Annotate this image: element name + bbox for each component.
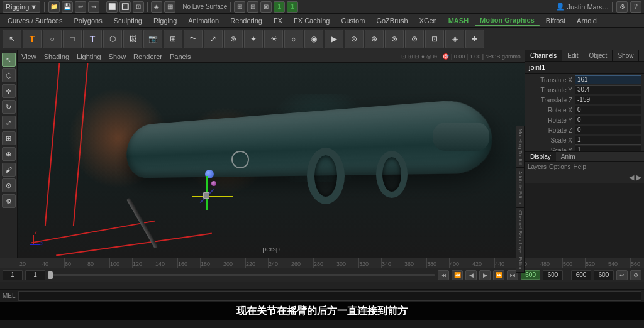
tool-settings[interactable]: ⚙ — [2, 194, 16, 208]
tab-fx-caching[interactable]: FX Caching — [289, 16, 335, 26]
vp-menu-show[interactable]: Show — [109, 53, 126, 60]
step-fwd-btn[interactable]: ⏩ — [493, 270, 504, 280]
tab-rendering[interactable]: Rendering — [225, 16, 267, 26]
save-icon[interactable]: 💾 — [62, 1, 73, 13]
mode-dropdown[interactable]: Rigging ▼ — [3, 1, 40, 13]
shelf-sun2[interactable]: ☼ — [284, 30, 303, 48]
shelf-light[interactable]: ✦ — [244, 30, 263, 48]
rp-tab-object[interactable]: Object — [584, 50, 613, 61]
tab-polygons[interactable]: Polygons — [69, 16, 107, 26]
layer-tab-help[interactable]: Help — [573, 163, 586, 170]
tab-rigging[interactable]: Rigging — [148, 16, 182, 26]
shelf-img1[interactable]: 🖼 — [123, 30, 142, 48]
tab-bifrost[interactable]: Bifrost — [541, 16, 570, 26]
layer-scroll-area[interactable] — [525, 183, 644, 258]
tab-xgen[interactable]: XGen — [414, 16, 442, 26]
step-back-btn[interactable]: ⏪ — [452, 270, 463, 280]
display-tab-display[interactable]: Display — [525, 152, 556, 161]
shelf-square[interactable]: □ — [63, 30, 82, 48]
select-icon[interactable]: ⊡ — [133, 1, 144, 13]
skip-back-btn[interactable]: ⏮ — [438, 270, 449, 280]
shelf-grid[interactable]: ⊞ — [164, 30, 182, 48]
vp-menu-shading[interactable]: Shading — [44, 53, 69, 60]
vp-menu-renderer[interactable]: Renderer — [133, 53, 162, 60]
attr-value-tz[interactable]: -159 — [575, 96, 641, 104]
frame-start-input[interactable] — [3, 270, 23, 280]
tab-fx[interactable]: FX — [269, 16, 287, 26]
tab-sculpting[interactable]: Sculpting — [109, 16, 147, 26]
new-file-icon[interactable]: 📁 — [48, 1, 60, 13]
shelf-anim2[interactable]: ⊙ — [345, 30, 364, 48]
side-tab-modeling[interactable]: Modeling Toolkit — [516, 126, 525, 168]
shelf-text2[interactable]: T — [83, 30, 102, 48]
range-end-input[interactable] — [594, 270, 614, 280]
shelf-curve[interactable]: 〜 — [184, 30, 203, 48]
attr-value-sy[interactable]: 1 — [575, 146, 641, 151]
tab-gozbrush[interactable]: GoZBrush — [371, 16, 413, 26]
attr-value-ry[interactable]: 0 — [575, 116, 641, 124]
range-start-input[interactable] — [571, 270, 591, 280]
misc-icon1[interactable]: ⊞ — [234, 1, 245, 13]
shelf-anim4[interactable]: ⊗ — [385, 30, 404, 48]
shelf-misc2[interactable]: ◈ — [445, 30, 464, 48]
attr-value-ty[interactable]: 30.4 — [575, 85, 641, 94]
redo-icon[interactable]: ↪ — [88, 1, 99, 13]
attr-value-rz[interactable]: 0 — [575, 126, 641, 134]
tab-animation[interactable]: Animation — [183, 16, 224, 26]
side-tab-attribute[interactable]: Attribute Editor — [516, 168, 525, 207]
attr-value-sx[interactable]: 1 — [575, 136, 641, 145]
snap-icon[interactable]: 🔳 — [119, 1, 131, 13]
shelf-poly1[interactable]: ⬡ — [103, 30, 122, 48]
frame-end-input[interactable] — [543, 270, 563, 280]
shelf-sun3[interactable]: ◉ — [304, 30, 323, 48]
play-slider[interactable] — [48, 274, 435, 276]
show-manip[interactable]: ⊙ — [2, 178, 16, 192]
shelf-select[interactable]: ↖ — [3, 30, 21, 48]
shelf-anim3[interactable]: ⊕ — [365, 30, 384, 48]
soft-select[interactable]: ⊕ — [2, 147, 16, 161]
settings-icon[interactable]: ⚙ — [616, 1, 628, 13]
select-tool[interactable]: ↖ — [2, 53, 16, 67]
vp-menu-lighting[interactable]: Lighting — [77, 53, 101, 60]
shelf-plus[interactable]: + — [465, 30, 484, 48]
undo-icon[interactable]: ↩ — [75, 1, 86, 13]
rp-tab-show[interactable]: Show — [613, 50, 639, 61]
attr-value-tx[interactable]: 161 — [575, 75, 641, 84]
rotate-tool[interactable]: ↻ — [2, 100, 16, 114]
display-tab-anim[interactable]: Anim — [556, 152, 580, 161]
loop-btn[interactable]: ↩ — [616, 270, 628, 280]
vp-menu-view[interactable]: View — [21, 53, 36, 60]
layer-tab-layers[interactable]: Layers — [528, 163, 547, 170]
render-icon[interactable]: ▦ — [164, 1, 175, 13]
tab-arnold[interactable]: Arnold — [572, 16, 602, 26]
mel-input[interactable] — [18, 291, 641, 301]
layer-tab-options[interactable]: Options — [549, 163, 570, 170]
shelf-circle[interactable]: ○ — [43, 30, 62, 48]
play-head[interactable] — [48, 271, 53, 279]
scene-canvas[interactable]: persp Y X — [18, 63, 525, 258]
green-toggle2[interactable]: 1 — [287, 1, 298, 13]
frame-current-input[interactable] — [25, 270, 45, 280]
shelf-misc1[interactable]: ⊡ — [425, 30, 444, 48]
green-toggle[interactable]: 1 — [274, 1, 285, 13]
tab-custom[interactable]: Custom — [336, 16, 370, 26]
snap-tool[interactable]: ⊞ — [2, 131, 16, 145]
play-back-btn[interactable]: ◀ — [465, 270, 477, 280]
shelf-sun[interactable]: ☀ — [264, 30, 283, 48]
vp-menu-panels[interactable]: Panels — [170, 53, 191, 60]
display-icon[interactable]: ◈ — [151, 1, 162, 13]
shelf-anim5[interactable]: ⊘ — [405, 30, 424, 48]
tab-curves-surfaces[interactable]: Curves / Surfaces — [3, 16, 67, 26]
shelf-img2[interactable]: 📷 — [143, 30, 162, 48]
rp-tab-edit[interactable]: Edit — [562, 50, 584, 61]
rp-tab-channels[interactable]: Channels — [525, 50, 562, 61]
attr-value-rx[interactable]: 0 — [575, 106, 641, 114]
tab-motion-graphics[interactable]: Motion Graphics — [475, 15, 540, 26]
layer-down-icon[interactable]: ▶ — [636, 173, 641, 182]
transform-icon[interactable]: ⬜ — [106, 1, 118, 13]
tab-mash[interactable]: MASH — [443, 16, 474, 26]
scale-tool[interactable]: ⤢ — [2, 116, 16, 129]
move-tool[interactable]: ✛ — [2, 84, 16, 98]
lasso-tool[interactable]: ⬡ — [2, 68, 16, 82]
anim-options-btn[interactable]: ⚙ — [630, 270, 641, 280]
